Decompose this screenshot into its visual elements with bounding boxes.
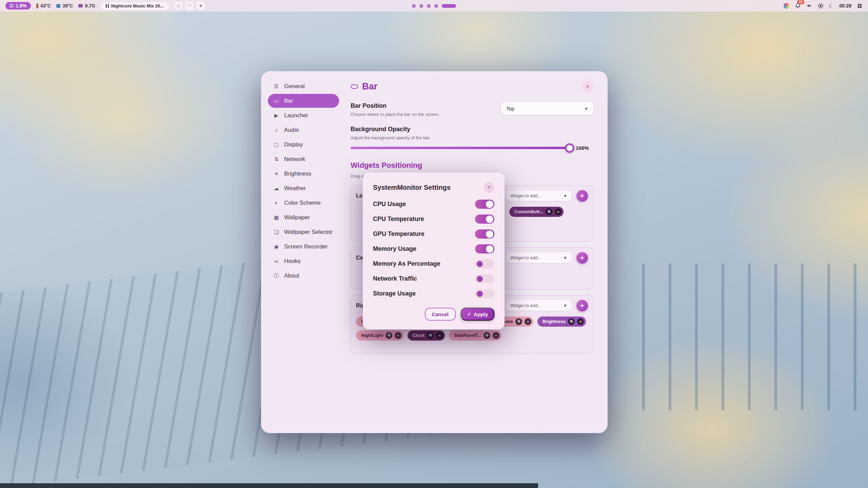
sidebar-item-network[interactable]: ⇅Network xyxy=(268,152,339,166)
volume-button[interactable] xyxy=(806,3,812,9)
cpu-usage-pill[interactable]: 1.8% xyxy=(5,2,31,9)
chip-remove-button[interactable]: × xyxy=(493,332,499,339)
notifications-button[interactable]: 10 xyxy=(795,3,801,9)
chip-settings-button[interactable]: ⚙ xyxy=(484,332,490,339)
thermometer-icon xyxy=(36,3,38,8)
toggle-list: CPU UsageCPU TemperatureGPU TemperatureM… xyxy=(373,200,494,298)
chip-settings-button[interactable]: ⚙ xyxy=(568,318,575,325)
slider-fill xyxy=(351,147,570,149)
widget-chip-brightness[interactable]: Brightness⚙× xyxy=(537,317,586,327)
sidebar-item-wallpaper-selector[interactable]: ❏Wallpaper Selector xyxy=(268,225,339,239)
sidebar-item-color-scheme[interactable]: ◐Color Scheme xyxy=(268,196,339,210)
pause-icon xyxy=(106,4,109,8)
media-player-pill[interactable]: Nightcore Music Mix 20... xyxy=(101,2,169,10)
window-close-button[interactable]: × xyxy=(582,81,593,92)
storage-usage-switch[interactable] xyxy=(475,289,494,298)
toggle-knob xyxy=(486,201,493,208)
apps-grid-button[interactable] xyxy=(857,3,863,9)
topbar-heart-button[interactable]: ♥ xyxy=(197,2,205,10)
workspace-dot-1[interactable] xyxy=(412,4,416,8)
workspace-dot-3[interactable] xyxy=(427,4,431,8)
close-icon: × xyxy=(557,210,559,214)
weather-icon: ☁ xyxy=(273,185,280,191)
network-traffic-switch[interactable] xyxy=(475,274,494,283)
topbar-heart-outline-button[interactable]: ♡ xyxy=(185,2,194,10)
toggle-knob xyxy=(477,291,483,297)
background-opacity-slider[interactable] xyxy=(351,147,570,149)
gpu-temp-stat[interactable]: 38°C xyxy=(56,3,73,8)
sidebar-item-brightness[interactable]: ☀Brightness xyxy=(268,167,339,181)
hooks-icon: ∞ xyxy=(273,258,280,264)
memory-stat[interactable]: 9.7G xyxy=(78,3,95,8)
topbar-smiley-button[interactable]: ☺ xyxy=(174,2,182,10)
sidebar-item-about[interactable]: ⓘAbout xyxy=(268,269,339,283)
toggle-row-cpu-temperature: CPU Temperature xyxy=(373,215,494,224)
smiley-icon: ☺ xyxy=(176,3,181,8)
toggle-label: Storage Usage xyxy=(373,290,416,297)
toggle-knob xyxy=(486,230,493,238)
sidebar-item-general[interactable]: ☰General xyxy=(268,79,339,93)
page-header: Bar × xyxy=(351,81,593,92)
chip-settings-button[interactable]: ⚙ xyxy=(386,332,392,339)
cpu-temp-value: 43°C xyxy=(40,3,51,8)
widget-add-select[interactable]: Widget to add...▼ xyxy=(506,252,571,263)
toggle-knob xyxy=(477,261,483,267)
heart-icon: ♥ xyxy=(199,3,202,8)
chip-remove-button[interactable]: × xyxy=(577,318,584,325)
widget-chip-clock[interactable]: Clock⚙× xyxy=(408,330,445,341)
widget-add-select[interactable]: Widget to add...▼ xyxy=(506,190,571,201)
slider-knob[interactable] xyxy=(565,143,574,153)
cpu-temperature-switch[interactable] xyxy=(475,215,494,224)
apply-button[interactable]: ✓ Apply xyxy=(461,308,494,321)
chip-remove-button[interactable]: × xyxy=(555,208,561,215)
widget-chip-label: Clock xyxy=(413,333,425,338)
sidebar-item-bar[interactable]: ▭Bar xyxy=(268,94,339,108)
add-widget-button[interactable]: + xyxy=(576,190,588,202)
workspace-dot-5[interactable] xyxy=(442,4,456,8)
bar-position-select[interactable]: Top ▼ xyxy=(501,102,593,115)
media-title: Nightcore Music Mix 20... xyxy=(111,3,164,8)
chevron-down-icon: ▼ xyxy=(563,256,567,260)
apply-label: Apply xyxy=(474,311,488,317)
widget-chip-custombutt[interactable]: CustomButt...⚙× xyxy=(509,207,564,217)
sidebar-item-screen-recorder[interactable]: ◉Screen Recorder xyxy=(268,240,339,253)
settings-sidebar: ☰General▭Bar▶Launcher♪Audio▢Display⇅Netw… xyxy=(267,77,340,428)
widget-chip-sidepanelt[interactable]: SidePanelT...⚙× xyxy=(449,330,501,341)
widget-chip-nightlight[interactable]: NightLight⚙× xyxy=(356,330,403,341)
wallpaper-bottom-strip xyxy=(0,483,538,488)
screen-record-button[interactable] xyxy=(818,3,824,9)
night-light-button[interactable]: ☾ xyxy=(829,3,834,9)
memory-usage-switch[interactable] xyxy=(475,244,494,253)
cpu-temp-stat[interactable]: 43°C xyxy=(36,3,51,8)
topbar-left-group: 1.8% 43°C 38°C 9.7G Nightcore Music Mix … xyxy=(5,2,205,10)
sidebar-item-hooks[interactable]: ∞Hooks xyxy=(268,254,339,268)
add-widget-button[interactable]: + xyxy=(576,252,588,264)
sidebar-item-wallpaper[interactable]: ▦Wallpaper xyxy=(268,210,339,224)
sidebar-item-audio[interactable]: ♪Audio xyxy=(268,123,339,137)
workspace-dot-4[interactable] xyxy=(434,4,438,8)
workspace-indicator[interactable] xyxy=(412,0,456,12)
background-opacity-block: Background Opacity Adjust the background… xyxy=(351,126,593,151)
cpu-usage-switch[interactable] xyxy=(475,200,494,209)
chip-remove-button[interactable]: × xyxy=(436,332,443,339)
chip-remove-button[interactable]: × xyxy=(395,332,401,339)
workspace-dot-2[interactable] xyxy=(419,4,423,8)
widget-add-select[interactable]: Widget to add...▼ xyxy=(506,300,571,311)
chip-settings-button[interactable]: ⚙ xyxy=(546,208,552,215)
sidebar-item-display[interactable]: ▢Display xyxy=(268,138,339,151)
chip-remove-button[interactable]: × xyxy=(525,318,531,325)
memory-as-percentage-switch[interactable] xyxy=(475,259,494,268)
color-wheel-icon[interactable] xyxy=(784,3,789,9)
chip-settings-button[interactable]: ⚙ xyxy=(515,318,522,325)
modal-close-button[interactable]: × xyxy=(484,182,494,193)
chip-settings-button[interactable]: ⚙ xyxy=(427,332,434,339)
toggle-label: Network Traffic xyxy=(373,275,417,282)
modal-title: SystemMonitor Settings xyxy=(373,184,451,191)
cancel-button[interactable]: Cancel xyxy=(425,308,456,321)
toggle-row-memory-usage: Memory Usage xyxy=(373,244,494,253)
sidebar-item-weather[interactable]: ☁Weather xyxy=(268,181,339,195)
gpu-temperature-switch[interactable] xyxy=(475,229,494,239)
sidebar-item-launcher[interactable]: ▶Launcher xyxy=(268,108,339,122)
palette-icon: ◐ xyxy=(273,200,280,206)
add-widget-button[interactable]: + xyxy=(576,300,588,311)
